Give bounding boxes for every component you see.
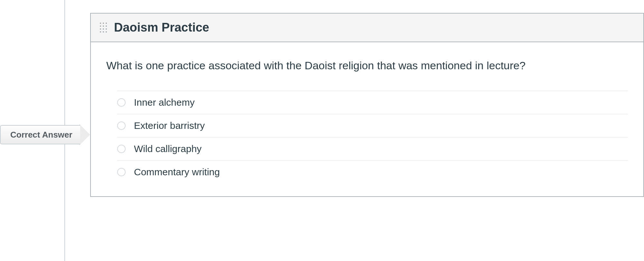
answer-label: Inner alchemy (134, 97, 194, 108)
answer-option[interactable]: Commentary writing (117, 160, 628, 183)
answer-option[interactable]: Inner alchemy (117, 91, 628, 114)
correct-answer-label: Correct Answer (0, 125, 80, 144)
arrow-right-icon (80, 125, 90, 144)
answer-option[interactable]: Wild calligraphy (117, 137, 628, 160)
question-card: Daoism Practice What is one practice ass… (90, 13, 644, 197)
question-title: Daoism Practice (114, 21, 209, 34)
answer-list: Inner alchemy Exterior barristry Wild ca… (117, 91, 628, 183)
radio-icon[interactable] (117, 121, 126, 130)
answer-label: Exterior barristry (134, 120, 205, 131)
question-header: Daoism Practice (91, 14, 643, 42)
radio-icon[interactable] (117, 145, 126, 153)
question-body: What is one practice associated with the… (91, 42, 643, 196)
radio-icon[interactable] (117, 98, 126, 107)
answer-label: Commentary writing (134, 167, 220, 178)
answer-label: Wild calligraphy (134, 143, 202, 154)
question-prompt: What is one practice associated with the… (106, 58, 628, 73)
radio-icon[interactable] (117, 168, 126, 176)
drag-handle-icon[interactable] (100, 23, 107, 33)
correct-answer-tag: Correct Answer (0, 125, 90, 144)
answer-option[interactable]: Exterior barristry (117, 114, 628, 137)
